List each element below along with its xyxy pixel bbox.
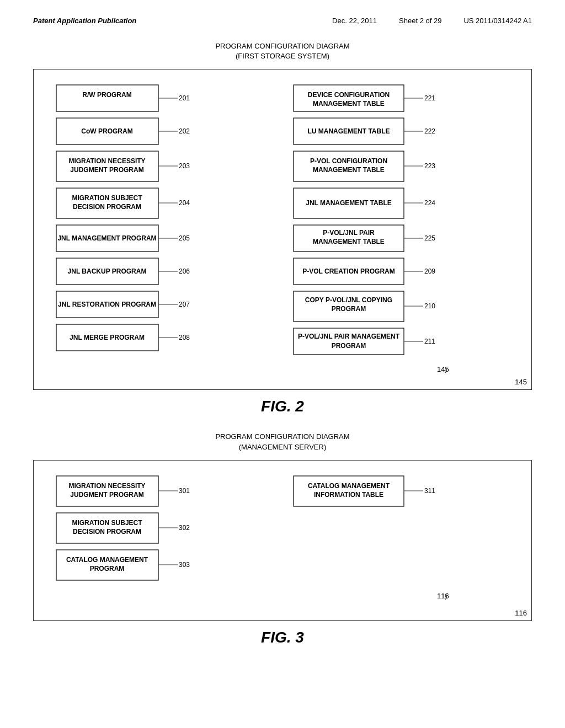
fig3-diagram: PROGRAM CONFIGURATION DIAGRAM (MANAGEMEN… (33, 432, 532, 620)
fig2-title-line2: (FIRST STORAGE SYSTEM) (33, 51, 532, 61)
svg-text:MANAGEMENT TABLE: MANAGEMENT TABLE (313, 100, 385, 108)
svg-text:DECISION PROGRAM: DECISION PROGRAM (73, 528, 141, 536)
sheet-info: Sheet 2 of 29 (399, 17, 441, 25)
fig3-title: PROGRAM CONFIGURATION DIAGRAM (MANAGEMEN… (33, 432, 532, 452)
svg-text:204: 204 (179, 199, 190, 207)
svg-text:203: 203 (179, 162, 190, 170)
fig3-container: MIGRATION NECESSITY JUDGMENT PROGRAM 301… (33, 460, 532, 621)
svg-text:MANAGEMENT TABLE: MANAGEMENT TABLE (313, 166, 385, 174)
page: Patent Application Publication Dec. 22, … (0, 0, 565, 728)
svg-text:210: 210 (424, 302, 435, 310)
svg-text:224: 224 (424, 199, 435, 207)
fig3-corner-num: 116 (515, 609, 527, 617)
svg-text:201: 201 (179, 94, 190, 102)
svg-text:DEVICE CONFIGURATION: DEVICE CONFIGURATION (308, 91, 390, 99)
svg-text:JNL BACKUP PROGRAM: JNL BACKUP PROGRAM (68, 267, 147, 275)
fig3-title-line1: PROGRAM CONFIGURATION DIAGRAM (33, 432, 532, 442)
svg-text:223: 223 (424, 162, 435, 170)
fig2-label: FIG. 2 (33, 398, 532, 415)
svg-text:MIGRATION SUBJECT: MIGRATION SUBJECT (72, 519, 142, 527)
svg-text:P-VOL CREATION PROGRAM: P-VOL CREATION PROGRAM (302, 267, 395, 275)
svg-text:JNL MERGE PROGRAM: JNL MERGE PROGRAM (70, 334, 145, 341)
svg-text:206: 206 (179, 267, 190, 275)
svg-text:LU MANAGEMENT TABLE: LU MANAGEMENT TABLE (307, 127, 390, 135)
svg-text:208: 208 (179, 334, 190, 341)
svg-text:CATALOG MANAGEMENT: CATALOG MANAGEMENT (308, 482, 390, 490)
svg-text:CATALOG MANAGEMENT: CATALOG MANAGEMENT (66, 556, 148, 564)
svg-text:P-VOL/JNL PAIR: P-VOL/JNL PAIR (323, 229, 375, 237)
svg-text:MIGRATION SUBJECT: MIGRATION SUBJECT (72, 194, 142, 202)
patent-num: US 2011/0314242 A1 (463, 17, 532, 25)
fig2-title: PROGRAM CONFIGURATION DIAGRAM (FIRST STO… (33, 41, 532, 61)
fig2-diagram: PROGRAM CONFIGURATION DIAGRAM (FIRST STO… (33, 41, 532, 390)
svg-text:JNL MANAGEMENT TABLE: JNL MANAGEMENT TABLE (306, 199, 392, 207)
svg-text:209: 209 (424, 267, 435, 275)
fig2-container: R/W PROGRAM 201 CoW PROGRAM 202 MIGRATIO… (33, 69, 532, 390)
svg-text:JUDGMENT PROGRAM: JUDGMENT PROGRAM (70, 166, 143, 174)
svg-text:303: 303 (179, 561, 190, 569)
svg-text:MANAGEMENT TABLE: MANAGEMENT TABLE (313, 238, 385, 245)
fig3-label: FIG. 3 (33, 629, 532, 646)
svg-text:INFORMATION TABLE: INFORMATION TABLE (314, 491, 383, 499)
svg-text:145: 145 (437, 365, 449, 373)
svg-text:211: 211 (424, 338, 435, 345)
svg-text:205: 205 (179, 234, 190, 242)
svg-text:MIGRATION NECESSITY: MIGRATION NECESSITY (68, 157, 145, 165)
pub-info: Dec. 22, 2011 Sheet 2 of 29 US 2011/0314… (332, 17, 532, 25)
svg-text:PROGRAM: PROGRAM (332, 342, 366, 350)
svg-text:202: 202 (179, 127, 190, 135)
fig2-title-line1: PROGRAM CONFIGURATION DIAGRAM (33, 41, 532, 51)
svg-text:PROGRAM: PROGRAM (90, 565, 125, 572)
fig3-title-line2: (MANAGEMENT SERVER) (33, 442, 532, 452)
fig2-svg: R/W PROGRAM 201 CoW PROGRAM 202 MIGRATIO… (44, 79, 521, 377)
svg-text:JNL RESTORATION PROGRAM: JNL RESTORATION PROGRAM (58, 301, 156, 308)
fig2-corner-num: 145 (515, 378, 527, 386)
svg-text:302: 302 (179, 524, 190, 532)
fig3-svg: MIGRATION NECESSITY JUDGMENT PROGRAM 301… (44, 470, 521, 608)
svg-text:116: 116 (437, 592, 449, 600)
svg-text:207: 207 (179, 301, 190, 308)
svg-text:DECISION PROGRAM: DECISION PROGRAM (73, 203, 141, 211)
svg-text:221: 221 (424, 94, 435, 102)
page-header: Patent Application Publication Dec. 22, … (33, 17, 532, 25)
svg-text:JUDGMENT PROGRAM: JUDGMENT PROGRAM (70, 491, 143, 499)
svg-text:301: 301 (179, 487, 190, 495)
svg-text:225: 225 (424, 234, 435, 242)
svg-text:JNL MANAGEMENT PROGRAM: JNL MANAGEMENT PROGRAM (57, 234, 156, 242)
svg-text:311: 311 (424, 487, 435, 495)
svg-text:P-VOL/JNL PAIR MANAGEMENT: P-VOL/JNL PAIR MANAGEMENT (298, 333, 400, 340)
svg-text:CoW PROGRAM: CoW PROGRAM (81, 127, 132, 135)
svg-text:P-VOL CONFIGURATION: P-VOL CONFIGURATION (310, 157, 387, 165)
svg-text:MIGRATION NECESSITY: MIGRATION NECESSITY (68, 482, 145, 490)
pub-date: Dec. 22, 2011 (332, 17, 377, 25)
svg-text:PROGRAM: PROGRAM (332, 305, 366, 313)
svg-text:222: 222 (424, 127, 435, 135)
svg-text:COPY P-VOL/JNL COPYING: COPY P-VOL/JNL COPYING (305, 296, 392, 304)
svg-text:R/W PROGRAM: R/W PROGRAM (82, 91, 131, 99)
pub-title: Patent Application Publication (33, 17, 136, 25)
